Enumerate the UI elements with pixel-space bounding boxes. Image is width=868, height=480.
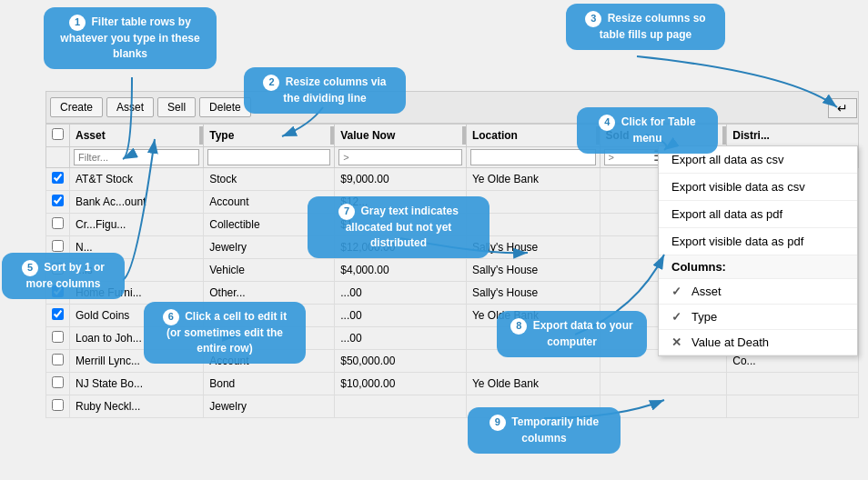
column-asset-toggle[interactable]: ✓ Asset — [659, 279, 857, 305]
checkmark-asset: ✓ — [671, 285, 686, 298]
checkmark-type: ✓ — [671, 310, 686, 324]
callout-9: 9 Temporarily hide columns — [468, 407, 621, 454]
callout-2: 2 Resize columns via the dividing line — [244, 67, 406, 114]
callout-num-1: 1 — [69, 15, 86, 31]
cell-value[interactable]: ...00 — [335, 282, 467, 305]
cell-distri[interactable] — [727, 373, 859, 395]
filter-checkbox-cell — [46, 147, 70, 168]
export-visible-pdf[interactable]: Export visible data as pdf — [659, 228, 857, 255]
filter-asset-input[interactable] — [74, 149, 199, 165]
asset-button[interactable]: Asset — [106, 97, 154, 117]
cell-sold[interactable] — [600, 373, 727, 395]
row-checkbox[interactable] — [46, 214, 70, 236]
row-checkbox[interactable] — [46, 350, 70, 373]
filter-type-input[interactable] — [207, 149, 330, 165]
callout-text-6: Click a cell to edit it (or sometimes ed… — [167, 310, 287, 355]
filter-type-cell[interactable] — [204, 147, 335, 168]
callout-num-5: 5 — [22, 260, 38, 276]
cell-value[interactable]: $4,000.00 — [335, 259, 467, 282]
callout-6: 6 Click a cell to edit it (or sometimes … — [144, 302, 306, 364]
cell-location[interactable]: Sally's House — [466, 259, 600, 282]
callout-num-3: 3 — [585, 11, 601, 27]
cell-type[interactable]: Vehicle — [204, 259, 335, 282]
cell-asset[interactable]: Ruby Neckl... — [70, 395, 204, 418]
column-type-label: Type — [691, 310, 717, 324]
row-checkbox[interactable] — [46, 305, 70, 327]
cell-location[interactable]: Ye Olde Bank — [466, 373, 600, 395]
callout-4: 4 Click for Table menu — [577, 107, 718, 154]
filter-location-input[interactable] — [470, 149, 596, 165]
return-button[interactable]: ↵ — [828, 98, 857, 118]
filter-asset-cell[interactable] — [70, 147, 204, 168]
callout-num-8: 8 — [510, 318, 527, 335]
table-row[interactable]: NJ State Bo... Bond $10,000.00 Ye Olde B… — [46, 373, 859, 395]
xmark-value-at-death: ✕ — [671, 335, 686, 349]
cell-type[interactable]: Jewelry — [204, 395, 335, 418]
divider-type[interactable] — [330, 126, 334, 145]
divider-asset[interactable] — [199, 126, 203, 145]
callout-num-7: 7 — [338, 204, 355, 220]
callout-5: 5 Sort by 1 or more columns — [2, 253, 125, 299]
cell-value[interactable]: ...00 — [335, 305, 467, 327]
column-asset-label: Asset — [691, 285, 722, 298]
cell-asset[interactable]: Bank Ac...ount — [70, 191, 204, 214]
divider-sold[interactable] — [722, 126, 726, 145]
header-asset[interactable]: Asset — [70, 125, 204, 147]
cell-value[interactable]: ...00 — [335, 327, 467, 350]
header-checkbox[interactable] — [46, 125, 70, 147]
callout-3: 3 Resize columns so table fills up page — [566, 4, 725, 50]
header-type[interactable]: Type — [204, 125, 335, 147]
row-checkbox[interactable] — [46, 327, 70, 350]
filter-value-cell[interactable] — [335, 147, 467, 168]
callout-num-2: 2 — [263, 75, 279, 91]
column-type-toggle[interactable]: ✓ Type — [659, 305, 857, 330]
column-value-at-death-label: Value at Death — [691, 335, 769, 349]
callout-text-4: Click for Table menu — [621, 115, 696, 145]
callout-7: 7 Gray text indicates allocated but not … — [308, 196, 490, 258]
cell-asset[interactable]: NJ State Bo... — [70, 373, 204, 395]
table-header-row: Asset Type Value Now Location Sold Distr… — [46, 125, 859, 147]
cell-asset[interactable]: AT&T Stock — [70, 168, 204, 191]
cell-type[interactable]: Other... — [204, 282, 335, 305]
callout-num-9: 9 — [490, 415, 506, 431]
callout-num-6: 6 — [163, 309, 179, 325]
row-checkbox[interactable] — [46, 395, 70, 418]
row-checkbox[interactable] — [46, 168, 70, 191]
cell-type[interactable]: Stock — [204, 168, 335, 191]
divider-value[interactable] — [462, 126, 466, 145]
columns-section-label: Columns: — [659, 255, 857, 279]
column-value-at-death-toggle[interactable]: ✕ Value at Death — [659, 330, 857, 355]
cell-value[interactable]: $10,000.00 — [335, 373, 467, 395]
cell-location[interactable]: Ye Olde Bank — [466, 168, 600, 191]
callout-text-2: Resize columns via the dividing line — [283, 75, 386, 105]
row-checkbox[interactable] — [46, 191, 70, 214]
filter-value-input[interactable] — [338, 149, 462, 165]
callout-text-9: Temporarily hide columns — [511, 415, 599, 445]
header-distri[interactable]: Distri... — [727, 125, 859, 147]
toolbar: Create Asset Sell Delete — [45, 91, 859, 124]
cell-distri[interactable] — [727, 395, 859, 418]
callout-text-3: Resize columns so table fills up page — [600, 12, 706, 41]
export-visible-csv[interactable]: Export visible data as csv — [659, 174, 857, 201]
cell-type[interactable]: Bond — [204, 373, 335, 395]
cell-value[interactable]: $9,000.00 — [335, 168, 467, 191]
callout-text-8: Export data to your computer — [533, 319, 633, 348]
cell-location[interactable]: Sally's House — [466, 282, 600, 305]
cell-asset[interactable]: Cr...Figu... — [70, 214, 204, 236]
cell-value[interactable]: $50,000.00 — [335, 350, 467, 373]
sell-button[interactable]: Sell — [157, 97, 196, 117]
table-dropdown-menu: Export all data as csv Export visible da… — [658, 145, 858, 356]
export-all-pdf[interactable]: Export all data as pdf — [659, 201, 857, 228]
callout-8: 8 Export data to your computer — [497, 311, 647, 357]
callout-1: 1 Filter table rows by whatever you type… — [44, 7, 217, 69]
cell-value[interactable] — [335, 395, 467, 418]
header-value-now[interactable]: Value Now — [335, 125, 467, 147]
table-row[interactable]: Ruby Neckl... Jewelry — [46, 395, 859, 418]
callout-text-7: Gray text indicates allocated but not ye… — [346, 205, 459, 249]
create-button[interactable]: Create — [50, 97, 103, 117]
callout-num-4: 4 — [599, 115, 615, 131]
row-checkbox[interactable] — [46, 373, 70, 395]
